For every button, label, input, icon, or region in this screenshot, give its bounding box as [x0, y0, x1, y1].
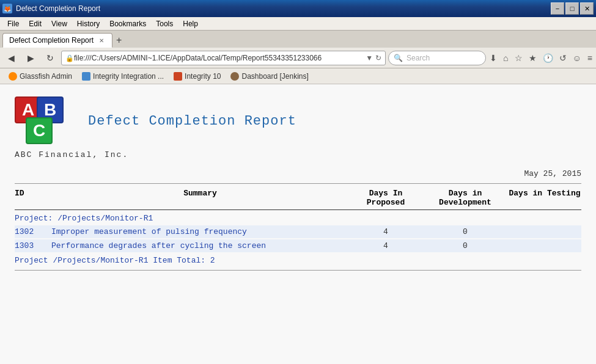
row-2-id: 1303 [15, 241, 51, 250]
bookmark-integrity-integration-label: Integrity Integration ... [93, 72, 164, 81]
sync-icon[interactable]: ↺ [558, 52, 568, 64]
menu-file[interactable]: File [2, 18, 24, 29]
menu-help[interactable]: Help [178, 18, 203, 29]
new-tab-button[interactable]: + [112, 33, 125, 48]
integrity-icon [174, 72, 182, 81]
bookmark-integrity-integration[interactable]: Integrity Integration ... [78, 71, 167, 82]
menu-bar: File Edit View History Bookmarks Tools H… [0, 17, 596, 31]
row-1-id: 1302 [15, 227, 51, 236]
jenkins-icon [230, 72, 239, 81]
address-bar[interactable]: file:///C:/Users/ADMINI~1.ICE/AppData/Lo… [61, 51, 386, 65]
col-header-id: ID [15, 189, 51, 207]
maximize-button[interactable]: □ [565, 2, 579, 15]
search-icon: 🔍 [394, 54, 403, 62]
bookmark-jenkins[interactable]: Dashboard [Jenkins] [227, 71, 312, 82]
window-controls: − □ ✕ [551, 2, 594, 15]
bookmarks-icon[interactable]: ★ [528, 52, 538, 64]
bookmark-jenkins-label: Dashboard [Jenkins] [241, 72, 308, 81]
bookmark-integrity-10[interactable]: Integrity 10 [170, 71, 224, 82]
lock-icon [65, 54, 74, 62]
menu-bookmarks[interactable]: Bookmarks [105, 18, 151, 29]
report-date: May 25, 2015 [15, 169, 581, 178]
row-1-summary: Improper measurement of pulsing frequenc… [51, 227, 349, 236]
bookmark-icon[interactable]: ☆ [513, 52, 524, 64]
menu-view[interactable]: View [46, 18, 72, 29]
forward-icon [28, 53, 34, 63]
report-title: Defect Completion Report [88, 114, 296, 129]
refresh-icon [46, 53, 54, 63]
emoji-icon[interactable]: ☺ [572, 52, 583, 64]
bookmark-glassfish[interactable]: Glassfish Admin [5, 71, 76, 82]
tab-bar: Defect Completion Report ✕ + [0, 31, 596, 48]
row-1-proposed: 4 [349, 227, 422, 236]
home-icon[interactable]: ⌂ [502, 52, 509, 64]
logo-container: A B C [15, 96, 76, 145]
forward-button[interactable] [22, 50, 39, 66]
col-header-testing: Days in Testing [508, 189, 581, 207]
top-divider [15, 183, 581, 184]
menu-tools[interactable]: Tools [151, 18, 178, 29]
address-text: file:///C:/Users/ADMINI~1.ICE/AppData/Lo… [74, 54, 366, 62]
row-1-development: 0 [422, 227, 508, 236]
search-placeholder: Search [407, 54, 430, 62]
window-title: Defect Completion Report [16, 4, 100, 13]
menu-history[interactable]: History [72, 18, 105, 29]
row-2-proposed: 4 [349, 241, 422, 250]
menu-icon[interactable]: ≡ [586, 52, 594, 64]
row-2-testing [508, 241, 581, 250]
address-dropdown-icon[interactable]: ▼ [366, 54, 373, 62]
nav-bar: file:///C:/Users/ADMINI~1.ICE/AppData/Lo… [0, 48, 596, 68]
bottom-divider [15, 270, 581, 271]
row-2-summary: Performance degrades after cycling the s… [51, 241, 349, 250]
project-total: Project /Projects/Monitor-R1 Item Total:… [15, 253, 581, 268]
menu-edit[interactable]: Edit [24, 18, 46, 29]
integrity-integration-icon [82, 72, 90, 81]
history-icon[interactable]: 🕐 [542, 52, 554, 64]
row-2-development: 0 [422, 241, 508, 250]
tab-defect-report[interactable]: Defect Completion Report ✕ [2, 33, 112, 48]
col-header-proposed: Days In Proposed [349, 189, 422, 207]
table-row: 1302 Improper measurement of pulsing fre… [15, 225, 581, 238]
row-1-testing [508, 227, 581, 236]
table-row: 1303 Performance degrades after cycling … [15, 239, 581, 252]
back-icon [8, 53, 15, 63]
refresh-button[interactable] [42, 50, 59, 66]
title-bar: 🦊 Defect Completion Report − □ ✕ [0, 0, 596, 17]
close-button[interactable]: ✕ [580, 2, 594, 15]
bookmark-glassfish-label: Glassfish Admin [20, 72, 72, 81]
logo-c-block: C [26, 117, 53, 144]
minimize-button[interactable]: − [551, 2, 564, 15]
report-header: A B C Defect Completion Report [15, 96, 581, 145]
glassfish-icon [9, 72, 17, 81]
tab-close-button[interactable]: ✕ [97, 36, 106, 45]
column-headers: ID Summary Days In Proposed Days in Deve… [15, 186, 581, 210]
bookmark-integrity-10-label: Integrity 10 [185, 72, 221, 81]
col-header-development: Days in Development [422, 189, 508, 207]
search-box[interactable]: 🔍 Search [388, 51, 486, 65]
address-refresh-icon[interactable]: ↻ [375, 54, 381, 62]
col-header-summary: Summary [51, 189, 349, 207]
company-name: ABC Financial, Inc. [15, 150, 581, 159]
bookmarks-bar: Glassfish Admin Integrity Integration ..… [0, 68, 596, 84]
back-button[interactable] [2, 50, 20, 66]
download-icon[interactable]: ⬇ [488, 52, 498, 64]
app-icon: 🦊 [2, 4, 12, 13]
content-area: A B C Defect Completion Report ABC Finan… [0, 84, 596, 364]
tab-label: Defect Completion Report [9, 36, 94, 45]
project-header: Project: /Projects/Monitor-R1 [15, 210, 581, 224]
